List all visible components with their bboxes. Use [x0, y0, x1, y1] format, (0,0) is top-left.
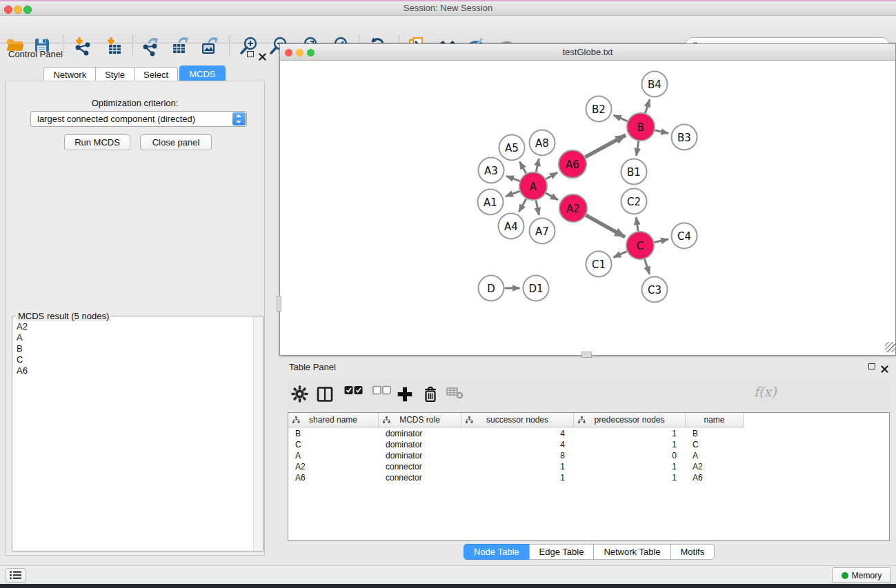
mcds-result-item[interactable]: A: [17, 332, 253, 343]
cell-name[interactable]: A6: [686, 472, 744, 483]
graph-node-B[interactable]: B: [627, 113, 655, 141]
window-resize-grip[interactable]: [885, 342, 895, 352]
cell-shared-name[interactable]: A2: [288, 461, 379, 472]
cell-name[interactable]: A2: [686, 461, 744, 472]
graph-node-C[interactable]: C: [626, 232, 654, 259]
task-history-button[interactable]: [6, 568, 26, 582]
mcds-result-item[interactable]: C: [17, 354, 253, 365]
add-column-icon[interactable]: [396, 385, 414, 403]
export-image-icon[interactable]: [199, 36, 220, 57]
splitter-grip-bottom[interactable]: [581, 352, 592, 358]
splitter-grip-left[interactable]: [277, 296, 281, 312]
cell-shared-name[interactable]: B: [288, 428, 379, 439]
edge-B-B1[interactable]: [637, 141, 639, 156]
deselect-all-icon[interactable]: [372, 385, 390, 403]
mcds-result-item[interactable]: B: [17, 343, 253, 354]
graph-node-A[interactable]: A: [519, 172, 547, 200]
graph-node-D[interactable]: D: [479, 276, 504, 301]
export-table-icon[interactable]: [170, 36, 190, 57]
cell-successor-nodes[interactable]: 8: [461, 450, 574, 461]
table-panel-float-icon[interactable]: [868, 363, 875, 369]
cell-MCDS-role[interactable]: dominator: [379, 428, 461, 439]
graph-node-A4[interactable]: A4: [499, 214, 524, 239]
cell-successor-nodes[interactable]: 1: [461, 472, 574, 483]
edge-A-A4[interactable]: [519, 199, 526, 212]
edge-B-B2[interactable]: [614, 115, 628, 121]
close-window-button[interactable]: [4, 6, 12, 14]
graph-node-D1[interactable]: D1: [524, 276, 549, 301]
edge-B-B3[interactable]: [655, 130, 668, 134]
edge-A-A6[interactable]: [546, 172, 557, 179]
cell-MCDS-role[interactable]: connector: [379, 472, 461, 483]
cell-successor-nodes[interactable]: 4: [461, 439, 574, 450]
graph-node-B2[interactable]: B2: [586, 97, 612, 122]
network-canvas[interactable]: B4B2BB3A8A5A6A3B1AC2A1A2A4A7C4CC1C3DD1: [280, 61, 895, 355]
graph-node-A8[interactable]: A8: [530, 130, 555, 156]
column-header-name[interactable]: name: [686, 413, 744, 427]
cell-shared-name[interactable]: A6: [288, 472, 379, 483]
select-all-check-icon[interactable]: [344, 385, 362, 403]
table-row[interactable]: Cdominator41C: [288, 439, 744, 450]
network-zoom-button[interactable]: [307, 49, 315, 57]
graph-node-A5[interactable]: A5: [499, 135, 525, 161]
cell-predecessor-nodes[interactable]: 1: [574, 439, 686, 450]
graph-node-B3[interactable]: B3: [672, 125, 697, 150]
mcds-result-item[interactable]: A2: [17, 321, 253, 332]
cell-MCDS-role[interactable]: dominator: [379, 439, 461, 450]
export-network-icon[interactable]: [140, 36, 161, 57]
memory-button[interactable]: Memory: [832, 567, 891, 583]
graph-node-A2[interactable]: A2: [559, 194, 587, 222]
cell-name[interactable]: C: [686, 439, 744, 450]
cell-predecessor-nodes[interactable]: 1: [574, 472, 686, 483]
table-row[interactable]: A2connector11A2: [288, 461, 744, 472]
minimize-window-button[interactable]: [14, 6, 22, 14]
table-settings-gear-icon[interactable]: [291, 385, 309, 403]
graph-node-A1[interactable]: A1: [478, 190, 504, 215]
zoom-window-button[interactable]: [23, 6, 32, 14]
mcds-result-list[interactable]: A2ABCA6: [12, 317, 253, 551]
edge-A-A1[interactable]: [506, 191, 519, 196]
table-row[interactable]: Bdominator41B: [288, 428, 744, 439]
delete-column-trash-icon[interactable]: [422, 385, 440, 403]
edge-A-A7[interactable]: [536, 201, 539, 215]
graph-node-B1[interactable]: B1: [621, 159, 647, 185]
tab-motifs[interactable]: Motifs: [670, 544, 715, 560]
control-panel-float-icon[interactable]: [247, 51, 254, 57]
tab-node-table[interactable]: Node Table: [464, 544, 530, 560]
cell-predecessor-nodes[interactable]: 1: [574, 461, 686, 472]
column-header-shared-name[interactable]: shared name: [288, 413, 379, 427]
edge-A6-B[interactable]: [585, 135, 626, 157]
graph-node-C2[interactable]: C2: [621, 189, 647, 214]
column-header-MCDS-role[interactable]: MCDS role: [379, 413, 461, 427]
network-close-button[interactable]: [285, 49, 292, 57]
edge-B-B4[interactable]: [645, 99, 649, 113]
cell-MCDS-role[interactable]: dominator: [379, 450, 461, 461]
tab-network-table[interactable]: Network Table: [593, 544, 670, 560]
import-table-icon[interactable]: [104, 36, 125, 57]
cell-shared-name[interactable]: A: [288, 450, 379, 461]
edge-A2-C[interactable]: [586, 215, 625, 237]
node-table[interactable]: shared nameMCDS rolesuccessor nodesprede…: [288, 412, 890, 541]
table-row[interactable]: Adominator80A: [288, 450, 744, 461]
cell-successor-nodes[interactable]: 4: [461, 428, 574, 439]
edge-A-A5[interactable]: [519, 162, 526, 174]
graph-node-B4[interactable]: B4: [642, 72, 668, 97]
result-scrollbar-track[interactable]: [253, 316, 263, 551]
edge-C-C3[interactable]: [645, 259, 650, 274]
tab-edge-table[interactable]: Edge Table: [529, 544, 595, 560]
criterion-select[interactable]: largest connected component (directed): [30, 111, 247, 127]
cell-predecessor-nodes[interactable]: 1: [574, 428, 686, 439]
graph-node-A3[interactable]: A3: [479, 158, 504, 183]
graph-node-A6[interactable]: A6: [559, 150, 586, 178]
graph-node-A7[interactable]: A7: [530, 219, 555, 244]
edge-C-C2[interactable]: [636, 217, 638, 231]
column-visibility-icon[interactable]: [316, 385, 334, 403]
cell-successor-nodes[interactable]: 1: [461, 461, 574, 472]
cell-MCDS-role[interactable]: connector: [379, 461, 461, 472]
close-panel-button[interactable]: Close panel: [140, 134, 212, 150]
edge-A-A3[interactable]: [506, 176, 519, 181]
graph-node-C1[interactable]: C1: [586, 252, 612, 277]
select-stepper-icon[interactable]: [232, 112, 246, 125]
control-panel-close-icon[interactable]: [259, 51, 266, 59]
graph-node-C4[interactable]: C4: [672, 223, 697, 249]
